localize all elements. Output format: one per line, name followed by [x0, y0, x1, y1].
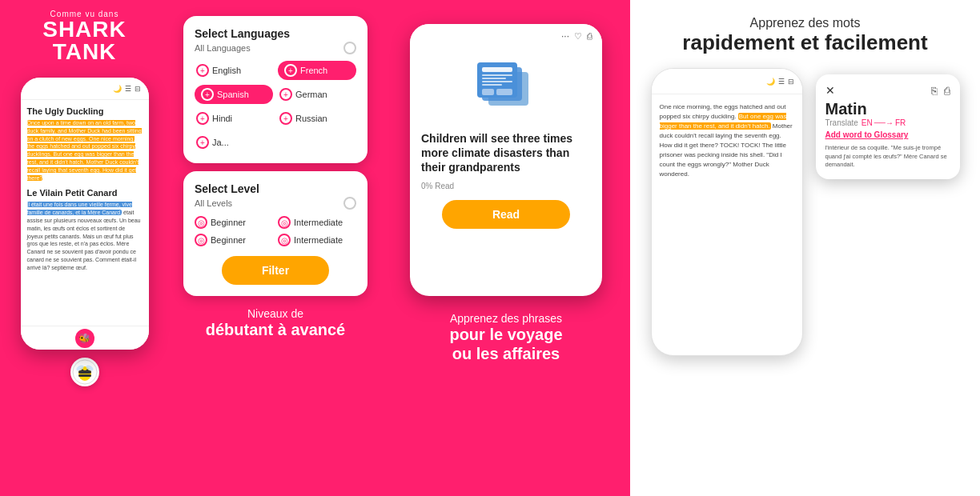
spanish-plus[interactable]: + — [201, 88, 214, 101]
lang-russian[interactable]: + Russian — [278, 109, 356, 128]
hindi-label: Hindi — [212, 114, 232, 123]
bookmark-icon-2: ⊟ — [788, 78, 794, 86]
phone-large-content: One nice morning, the eggs hatched and o… — [652, 94, 802, 355]
panel4-phones-container: 🌙 ☰ ⊟ One nice morning, the eggs hatched… — [651, 68, 960, 356]
hindi-plus[interactable]: + — [196, 112, 209, 125]
phone-bottom-bar-1: 🐝 — [21, 326, 149, 350]
story-1-section: The Ugly Duckling Once upon a time down … — [27, 106, 143, 182]
copy-icon[interactable]: ⎘ — [931, 85, 938, 97]
story-2-section: Le Vilain Petit Canard Il était une fois… — [27, 188, 143, 271]
story-1-text: Once upon a time down on an old farm, tw… — [27, 119, 143, 182]
level-beginner[interactable]: ◎ Beginner — [195, 216, 273, 229]
arrow-symbol: ──→ — [874, 118, 894, 127]
svg-rect-13 — [482, 78, 506, 79]
close-icon[interactable]: ✕ — [825, 84, 835, 97]
german-plus[interactable]: + — [279, 88, 292, 101]
story-2-highlight: Il était une fois dans une vieille ferme… — [27, 202, 133, 215]
article-illustration — [421, 61, 591, 120]
intermediate-2-radio[interactable]: ◎ — [278, 234, 291, 246]
panel3-caption-bold: pour le voyage ou les affaires — [449, 325, 562, 363]
bee-svg — [72, 359, 98, 385]
panel3-caption-light: Apprenez des phrases — [449, 312, 562, 325]
lang-french[interactable]: + French — [278, 61, 356, 80]
all-levels-radio[interactable] — [343, 197, 356, 210]
filter-btn-container: Filter — [195, 246, 356, 285]
panel-language-select: Select Languages All Languages + English… — [169, 0, 382, 496]
level-intermediate[interactable]: ◎ Intermediate — [278, 216, 356, 229]
newspaper-svg — [474, 61, 538, 117]
lang-spanish[interactable]: + Spanish — [195, 85, 273, 104]
panel-word-learning: Apprenez des mots rapidement et facileme… — [630, 0, 980, 496]
from-lang: EN — [862, 118, 873, 127]
intermediate-radio[interactable]: ◎ — [278, 216, 291, 229]
progress-text: 0% Read — [421, 182, 591, 190]
intermediate-label: Intermediate — [294, 218, 343, 227]
popup-word-text: Matin — [825, 100, 950, 118]
to-lang: FR — [895, 118, 906, 127]
select-languages-title: Select Languages — [195, 27, 356, 40]
beginner-2-label: Beginner — [211, 235, 246, 245]
beginner-radio[interactable]: ◎ — [195, 216, 207, 229]
translate-label: Translate — [825, 118, 858, 127]
heart-icon[interactable]: ♡ — [574, 31, 582, 42]
level-beginner-2[interactable]: ◎ Beginner — [195, 234, 273, 246]
all-languages-radio[interactable] — [343, 42, 356, 54]
lang-hindi[interactable]: + Hindi — [195, 109, 273, 128]
bookmark-icon: ⊟ — [135, 85, 141, 93]
panel4-caption-light: Apprenez des mots — [682, 16, 927, 30]
all-levels-row: All Levels — [195, 197, 356, 210]
german-label: German — [295, 90, 327, 99]
article-headline: Children will see three times more clima… — [421, 131, 591, 175]
shark-tank-header: Comme vu dans SHARK TANK — [8, 10, 161, 63]
share-icon[interactable]: ⎙ — [587, 31, 592, 41]
popup-column: ✕ ⎘ ⎙ Matin Translate EN ──→ FR Add word… — [816, 68, 960, 179]
lang-ja[interactable]: + Ja... — [195, 133, 273, 152]
english-plus[interactable]: + — [196, 64, 209, 77]
story-2-text: Il était une fois dans une vieille ferme… — [27, 201, 143, 271]
article-phone-mockup: ··· ♡ ⎙ — [410, 24, 602, 296]
bee-icon: 🐝 — [75, 329, 94, 348]
phone-large-top-bar: 🌙 ☰ ⊟ — [652, 69, 802, 94]
russian-label: Russian — [295, 114, 327, 123]
level-intermediate-2[interactable]: ◎ Intermediate — [278, 234, 356, 246]
popup-top-row: ✕ ⎘ ⎙ — [825, 84, 950, 97]
phone-large-mockup: 🌙 ☰ ⊟ One nice morning, the eggs hatched… — [651, 68, 803, 356]
lang-english[interactable]: + English — [195, 61, 273, 80]
popup-translate-row: Translate EN ──→ FR — [825, 118, 950, 127]
add-glossary-link[interactable]: Add word to Glossary — [825, 130, 950, 139]
all-languages-row: All Languages — [195, 42, 356, 54]
story-1-title: The Ugly Duckling — [27, 106, 143, 116]
phone-content-1: The Ugly Duckling Once upon a time down … — [21, 100, 149, 326]
intermediate-2-label: Intermediate — [294, 235, 343, 245]
list-icon-2: ☰ — [778, 78, 785, 86]
ja-plus[interactable]: + — [196, 136, 209, 149]
beginner-2-radio[interactable]: ◎ — [195, 234, 207, 246]
read-button[interactable]: Read — [442, 200, 570, 229]
phone-top-bar-1: 🌙 ☰ ⊟ — [21, 78, 149, 100]
select-level-card: Select Level All Levels ◎ Beginner ◎ Int… — [183, 171, 368, 296]
lang-arrow: EN ──→ FR — [862, 118, 906, 127]
share-icon-popup[interactable]: ⎙ — [944, 85, 950, 97]
shark-tank-title: SHARK TANK — [8, 18, 161, 63]
svg-point-7 — [86, 370, 88, 372]
panel-shark-tank: Comme vu dans SHARK TANK 🌙 ☰ ⊟ The Ugly … — [0, 0, 169, 496]
svg-rect-2 — [78, 370, 91, 374]
dots-menu-icon[interactable]: ··· — [561, 30, 569, 42]
panel2-caption-light: Niveaux de — [206, 307, 346, 320]
bee-badge — [70, 358, 99, 386]
french-plus[interactable]: + — [284, 64, 297, 77]
phone-large-text-2: Mother duck couldn't recall laying the s… — [660, 122, 793, 178]
word-popup-card: ✕ ⎘ ⎙ Matin Translate EN ──→ FR Add word… — [816, 74, 960, 179]
spanish-label: Spanish — [217, 90, 249, 99]
svg-rect-16 — [482, 89, 494, 95]
russian-plus[interactable]: + — [279, 112, 292, 125]
ja-label: Ja... — [212, 138, 229, 147]
article-phone-top: ··· ♡ ⎙ — [410, 24, 602, 48]
story-1-highlight: Once upon a time down on an old farm, tw… — [27, 120, 142, 181]
filter-button[interactable]: Filter — [222, 256, 329, 285]
lang-german[interactable]: + German — [278, 85, 356, 104]
svg-rect-12 — [482, 74, 512, 76]
svg-rect-11 — [482, 67, 512, 72]
story-2-title: Le Vilain Petit Canard — [27, 188, 143, 198]
french-label: French — [300, 66, 327, 75]
